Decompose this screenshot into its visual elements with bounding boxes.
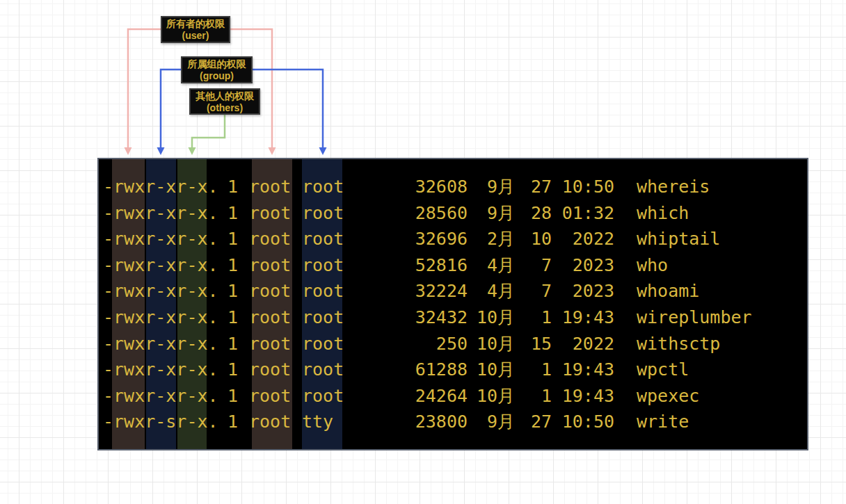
file-day: 7 — [524, 252, 552, 279]
file-time: 01:32 — [559, 200, 614, 227]
file-day: 1 — [524, 304, 552, 331]
file-day: 1 — [524, 357, 552, 383]
file-row: -rwxr-xr-x. 1 root root 32608 9月 27 10:5… — [99, 174, 807, 200]
file-name: write — [637, 409, 689, 435]
file-name: who — [637, 252, 668, 279]
file-size: 52816 — [362, 252, 468, 279]
file-row: -rwxr-xr-x. 1 root root 61288 10月 1 19:4… — [99, 357, 807, 383]
file-month: 10月 — [466, 331, 515, 357]
label-user-line1: 所有者的权限 — [162, 18, 229, 30]
file-owner: root — [249, 200, 291, 227]
file-name: whoami — [637, 278, 699, 304]
file-time: 2022 — [559, 331, 614, 357]
file-group: root — [302, 304, 344, 331]
file-month: 9月 — [466, 200, 515, 227]
file-size: 28560 — [362, 200, 468, 227]
file-month: 9月 — [466, 174, 515, 200]
label-others-permission: 其他人的权限 (others) — [189, 88, 260, 115]
file-owner: root — [249, 252, 291, 279]
file-size: 250 — [362, 331, 468, 357]
file-name: whiptail — [637, 226, 720, 252]
file-links: 1 — [228, 226, 238, 252]
file-row: -rwxr-xr-x. 1 root root 28560 9月 28 01:3… — [99, 200, 807, 227]
file-links: 1 — [228, 200, 238, 227]
file-month: 9月 — [466, 409, 515, 435]
file-size: 32608 — [362, 174, 468, 200]
file-time: 10:50 — [559, 174, 614, 200]
file-time: 19:43 — [559, 357, 614, 383]
file-name: whereis — [637, 174, 710, 200]
file-month: 10月 — [466, 383, 515, 409]
file-links: 1 — [228, 409, 238, 435]
file-size: 23800 — [362, 409, 468, 435]
file-name: wpexec — [637, 383, 699, 409]
file-links: 1 — [228, 331, 238, 357]
file-permissions: -rwxr-xr-x. — [103, 226, 218, 252]
file-group: root — [302, 200, 344, 227]
terminal-output: -rwxr-xr-x. 1 root root 32608 9月 27 10:5… — [97, 158, 808, 450]
file-time: 2022 — [559, 226, 614, 252]
file-group: root — [302, 226, 344, 252]
file-owner: root — [249, 226, 291, 252]
file-time: 10:50 — [559, 409, 614, 435]
file-owner: root — [249, 383, 291, 409]
file-group: root — [302, 357, 344, 383]
label-group-line2: (group) — [182, 70, 251, 82]
file-day: 7 — [524, 278, 552, 304]
file-size: 32696 — [362, 226, 468, 252]
file-time: 2023 — [559, 278, 614, 304]
label-others-line2: (others) — [191, 102, 259, 114]
file-time: 19:43 — [559, 383, 614, 409]
others-arrow — [189, 115, 225, 155]
file-size: 61288 — [362, 357, 468, 383]
file-permissions: -rwxr-xr-x. — [103, 278, 218, 304]
file-permissions: -rwxr-xr-x. — [103, 304, 218, 331]
file-row: -rwxr-xr-x. 1 root root 52816 4月 7 2023 … — [99, 252, 807, 279]
file-links: 1 — [228, 304, 238, 331]
file-owner: root — [249, 331, 291, 357]
file-owner: root — [249, 357, 291, 383]
label-others-line1: 其他人的权限 — [191, 90, 259, 102]
file-time: 2023 — [559, 252, 614, 279]
file-group: root — [302, 278, 344, 304]
file-size: 32224 — [362, 278, 468, 304]
file-row: -rwxr-xr-x. 1 root root 24264 10月 1 19:4… — [99, 383, 807, 409]
file-row: -rwxr-sr-x. 1 root tty 23800 9月 27 10:50… — [99, 409, 807, 435]
file-day: 27 — [524, 174, 552, 200]
file-day: 27 — [524, 409, 552, 435]
file-links: 1 — [228, 174, 238, 200]
file-owner: root — [249, 278, 291, 304]
file-name: withsctp — [637, 331, 720, 357]
file-links: 1 — [228, 383, 238, 409]
group-arrow-left — [157, 70, 182, 155]
file-month: 4月 — [466, 252, 515, 279]
file-permissions: -rwxr-xr-x. — [103, 331, 218, 357]
file-permissions: -rwxr-sr-x. — [103, 409, 218, 435]
file-month: 2月 — [466, 226, 515, 252]
file-group: root — [302, 174, 344, 200]
file-name: wpctl — [637, 357, 689, 383]
file-row: -rwxr-xr-x. 1 root root 32432 10月 1 19:4… — [99, 304, 807, 331]
file-owner: root — [249, 304, 291, 331]
file-owner: root — [249, 174, 291, 200]
file-day: 28 — [524, 200, 552, 227]
group-arrow-right — [253, 70, 327, 155]
file-links: 1 — [228, 252, 238, 279]
file-permissions: -rwxr-xr-x. — [103, 174, 218, 200]
label-group-permission: 所属组的权限 (group) — [181, 56, 253, 83]
file-size: 32432 — [362, 304, 468, 331]
file-permissions: -rwxr-xr-x. — [103, 200, 218, 227]
file-day: 10 — [524, 226, 552, 252]
file-row: -rwxr-xr-x. 1 root root 250 10月 15 2022 … — [99, 331, 807, 357]
file-month: 4月 — [466, 278, 515, 304]
file-row: -rwxr-xr-x. 1 root root 32224 4月 7 2023 … — [99, 278, 807, 304]
file-name: which — [637, 200, 689, 227]
file-links: 1 — [228, 357, 238, 383]
file-owner: root — [249, 409, 291, 435]
file-links: 1 — [228, 278, 238, 304]
file-group: tty — [302, 409, 333, 435]
file-group: root — [302, 383, 344, 409]
file-name: wireplumber — [637, 304, 752, 331]
file-group: root — [302, 331, 344, 357]
file-day: 15 — [524, 331, 552, 357]
